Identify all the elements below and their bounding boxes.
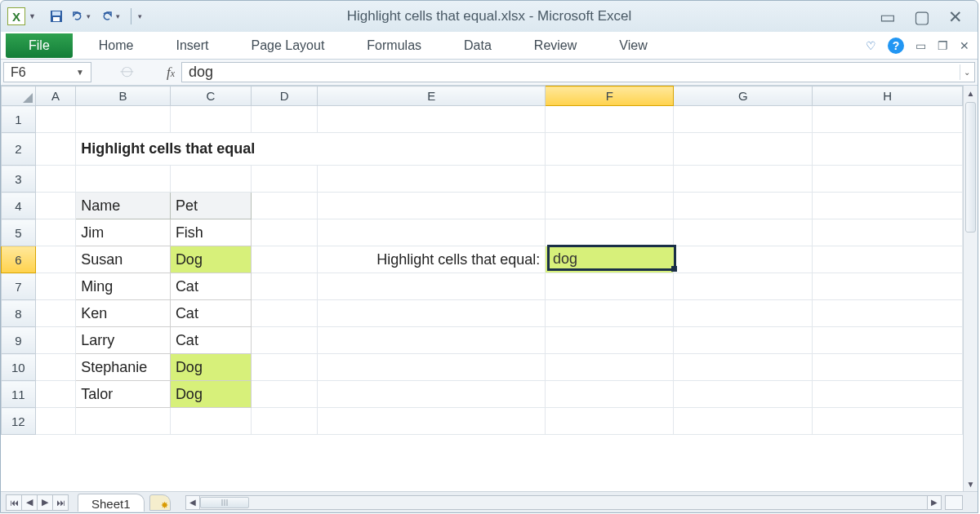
help-button[interactable]: ? (888, 38, 904, 54)
row-header-2[interactable]: 2 (2, 133, 36, 166)
tab-page-layout[interactable]: Page Layout (229, 32, 345, 60)
ribbon-minimize-button[interactable]: ▭ (915, 39, 926, 52)
row-header-12[interactable]: 12 (2, 408, 36, 435)
scroll-left-icon[interactable]: ◀ (185, 495, 200, 510)
cell-H9[interactable] (813, 327, 963, 354)
cell-H11[interactable] (813, 381, 963, 408)
cell-B10[interactable]: Stephanie (76, 354, 171, 381)
cell-D1[interactable] (252, 106, 318, 133)
col-header-C[interactable]: C (170, 86, 251, 106)
cell-H2[interactable] (813, 133, 963, 166)
cell-A12[interactable] (35, 408, 76, 435)
cell-C3[interactable] (170, 166, 251, 193)
cell-F7[interactable] (546, 273, 674, 300)
cell-B3[interactable] (76, 166, 171, 193)
formula-expand-icon[interactable]: ⌄ (960, 64, 973, 80)
cell-D10[interactable] (252, 354, 318, 381)
cell-C10[interactable]: Dog (170, 354, 251, 381)
name-box-caret-icon[interactable]: ▼ (76, 68, 84, 77)
cell-G7[interactable] (674, 273, 813, 300)
row-header-7[interactable]: 7 (2, 273, 36, 300)
cell-A11[interactable] (35, 381, 76, 408)
worksheet-grid[interactable]: ABCDEFGH12Highlight cells that equal34Na… (1, 86, 963, 491)
cell-E7[interactable] (318, 273, 546, 300)
cell-F9[interactable] (546, 327, 674, 354)
cell-C4[interactable]: Pet (170, 193, 251, 219)
cell-E1[interactable] (318, 106, 546, 133)
cell-C6[interactable]: Dog (170, 246, 251, 273)
cell-E4[interactable] (318, 193, 546, 219)
cell-C9[interactable]: Cat (170, 327, 251, 354)
tab-nav-prev-icon[interactable]: ◀ (21, 494, 38, 511)
cell-F3[interactable] (546, 166, 674, 193)
cell-E8[interactable] (318, 300, 546, 327)
cell-A8[interactable] (35, 300, 76, 327)
cell-D6[interactable] (252, 246, 318, 273)
scroll-down-icon[interactable]: ▼ (964, 476, 978, 491)
undo-history-caret-icon[interactable]: ▾ (87, 12, 95, 20)
qat-customize-caret-icon[interactable]: ▾ (138, 12, 146, 20)
col-header-E[interactable]: E (318, 86, 546, 106)
cell-F1[interactable] (546, 106, 674, 133)
workbook-restore-button[interactable]: ❐ (938, 39, 948, 52)
cell-H6[interactable] (813, 246, 963, 273)
cell-A1[interactable] (35, 106, 76, 133)
cell-A5[interactable] (35, 219, 76, 246)
row-header-6[interactable]: 6 (2, 246, 36, 273)
undo-button[interactable] (69, 7, 87, 25)
cell-G11[interactable] (674, 381, 813, 408)
cell-C8[interactable]: Cat (170, 300, 251, 327)
sheet-tab[interactable]: Sheet1 (78, 494, 145, 512)
cell-E6[interactable]: Highlight cells that equal: (318, 246, 546, 273)
cell-H1[interactable] (813, 106, 963, 133)
row-header-3[interactable]: 3 (2, 166, 36, 193)
cell-G2[interactable] (674, 133, 813, 166)
cell-G12[interactable] (674, 408, 813, 435)
col-header-D[interactable]: D (252, 86, 318, 106)
tab-home[interactable]: Home (78, 32, 155, 60)
cell-E12[interactable] (318, 408, 546, 435)
cell-H7[interactable] (813, 273, 963, 300)
cell-A10[interactable] (35, 354, 76, 381)
cell-F4[interactable] (546, 193, 674, 219)
hsplit-handle[interactable] (945, 495, 963, 510)
fx-icon[interactable]: fx (167, 64, 175, 81)
cell-D7[interactable] (252, 273, 318, 300)
row-header-8[interactable]: 8 (2, 300, 36, 327)
cell-B6[interactable]: Susan (76, 246, 171, 273)
row-header-9[interactable]: 9 (2, 327, 36, 354)
name-box[interactable]: F6 ▼ (3, 62, 91, 82)
cell-C11[interactable]: Dog (170, 381, 251, 408)
cell-E9[interactable] (318, 327, 546, 354)
cell-G1[interactable] (674, 106, 813, 133)
cell-D5[interactable] (252, 219, 318, 246)
row-header-11[interactable]: 11 (2, 381, 36, 408)
hscroll-thumb[interactable] (200, 497, 249, 508)
close-button[interactable]: ✕ (948, 8, 963, 25)
cell-B1[interactable] (76, 106, 171, 133)
cell-G6[interactable] (674, 246, 813, 273)
cell-D8[interactable] (252, 300, 318, 327)
cell-H8[interactable] (813, 300, 963, 327)
tab-data[interactable]: Data (443, 32, 513, 60)
cell-G8[interactable] (674, 300, 813, 327)
cell-G4[interactable] (674, 193, 813, 219)
new-sheet-button[interactable] (149, 494, 171, 511)
cell-E11[interactable] (318, 381, 546, 408)
cell-C7[interactable]: Cat (170, 273, 251, 300)
tab-review[interactable]: Review (513, 32, 598, 60)
cell-G5[interactable] (674, 219, 813, 246)
cell-E3[interactable] (318, 166, 546, 193)
cell-F12[interactable] (546, 408, 674, 435)
cell-C1[interactable] (170, 106, 251, 133)
cell-D12[interactable] (252, 408, 318, 435)
cell-H5[interactable] (813, 219, 963, 246)
row-header-4[interactable]: 4 (2, 193, 36, 219)
cell-D11[interactable] (252, 381, 318, 408)
app-menu-caret-icon[interactable]: ▼ (29, 12, 36, 20)
vscroll-thumb[interactable] (965, 102, 976, 233)
cell-D4[interactable] (252, 193, 318, 219)
cell-H10[interactable] (813, 354, 963, 381)
cell-B7[interactable]: Ming (76, 273, 171, 300)
maximize-button[interactable]: ▢ (914, 8, 930, 25)
